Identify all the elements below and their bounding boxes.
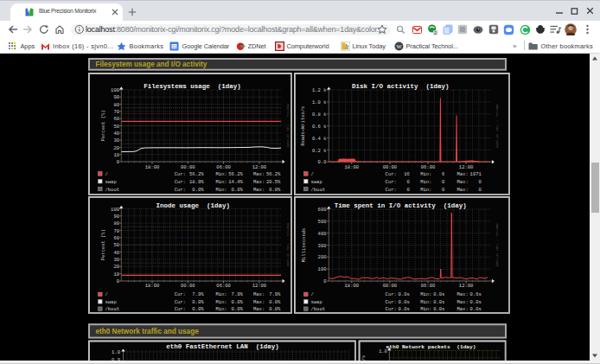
svg-text:Min:: Min: [215,171,227,177]
svg-text:Inode usage (1day): Inode usage (1day) [156,202,230,209]
svg-text:1.0 k: 1.0 k [312,99,327,105]
svg-text:00:00: 00:00 [383,164,398,170]
svg-text:0: 0 [406,187,409,193]
svg-text:RRDTOOL / TOBI OETIKER: RRDTOOL / TOBI OETIKER [286,223,290,267]
svg-text:/: / [105,291,108,297]
svg-text:10: 10 [113,152,119,158]
svg-text:12:00: 12:00 [252,283,267,289]
svg-text:00:00: 00:00 [181,283,195,289]
svg-text:0.2 k: 0.2 k [312,148,327,154]
svg-text:0.6s: 0.6s [470,291,482,297]
svg-text:Cur:: Cur: [175,171,186,177]
svg-text:Min:: Min: [215,179,227,185]
svg-text:1071: 1071 [470,171,482,177]
svg-text:Cur:: Cur: [386,306,397,312]
svg-text:0.6 k: 0.6 k [312,124,327,130]
svg-text:30: 30 [113,257,119,263]
svg-text:swap: swap [105,179,117,185]
svg-text:/: / [105,171,108,177]
svg-text:06:00: 06:00 [421,283,436,289]
svg-text:30: 30 [113,137,119,144]
svg-text:Max:: Max: [253,187,265,193]
svg-text:0: 0 [478,187,481,193]
svg-text:0.0%: 0.0% [232,299,244,305]
svg-text:56.2%: 56.2% [189,171,204,177]
svg-text:Cur:: Cur: [175,291,186,297]
svg-text:70: 70 [113,109,119,115]
svg-text:06:00: 06:00 [216,164,231,170]
svg-text:7.9%: 7.9% [269,291,281,297]
svg-text:Min:: Min: [215,299,227,305]
svg-text:2: 2 [434,30,437,35]
svg-text:Min:: Min: [215,291,227,297]
svg-text:00:00: 00:00 [383,283,398,289]
svg-text:RRDTOOL / TOBI OETIKER: RRDTOOL / TOBI OETIKER [495,105,499,149]
svg-text:Max:: Max: [457,299,469,305]
svg-text:Time spent in I/O activity (1: Time spent in I/O activity (1day) [335,202,467,209]
svg-text:12:00: 12:00 [459,283,474,289]
svg-text:/boot: /boot [311,306,326,312]
svg-text:18.9%: 18.9% [189,179,204,185]
svg-text:0.0s: 0.0s [399,306,410,312]
svg-text:16: 16 [404,171,410,177]
svg-text:0.0%: 0.0% [192,306,204,312]
svg-text:50: 50 [113,124,119,130]
svg-text:1.2 k: 1.2 k [312,87,327,93]
svg-text:Max:: Max: [457,187,469,193]
svg-text:1.0: 1.0 [379,349,386,354]
svg-text:swap: swap [105,299,117,305]
svg-text:Cur:: Cur: [175,187,186,193]
svg-text:/boot: /boot [105,306,120,312]
svg-text:/boot: /boot [311,187,326,193]
svg-text:0.0%: 0.0% [192,187,204,193]
svg-text:300: 300 [318,243,327,249]
svg-text:0.0%: 0.0% [192,299,204,305]
svg-text:Min:: Min: [420,187,431,193]
svg-text:18:00: 18:00 [345,283,360,289]
svg-text:Max:: Max: [253,171,265,177]
svg-text:0.0%: 0.0% [269,187,281,193]
svg-text:0.0s: 0.0s [399,291,410,297]
svg-text:Cur:: Cur: [386,179,397,185]
svg-text:Min:: Min: [420,291,431,297]
svg-text:eth0 Network packets (1day): eth0 Network packets (1day) [386,344,476,350]
svg-text:0.0s: 0.0s [433,306,444,312]
svg-text:20: 20 [113,145,119,151]
svg-text:0.0%: 0.0% [232,306,244,312]
svg-text:Max:: Max: [457,291,469,297]
svg-text:0.0: 0.0 [318,159,327,165]
svg-text:12:00: 12:00 [252,164,267,170]
svg-text:0: 0 [117,159,119,165]
svg-text:90: 90 [113,214,119,220]
svg-text:0: 0 [478,179,481,185]
svg-text:20.5%: 20.5% [266,179,281,185]
svg-text:/boot: /boot [105,187,120,193]
svg-text:7.9%: 7.9% [232,291,244,297]
svg-text:06:00: 06:00 [421,164,436,170]
svg-text:600: 600 [318,207,327,213]
svg-text:18:00: 18:00 [145,164,160,170]
svg-text:Milliseconds: Milliseconds [301,228,307,263]
svg-text:31: 31 [171,44,176,49]
svg-text:Filesystems usage (1day): Filesystems usage (1day) [144,83,241,90]
svg-text:Min:: Min: [420,299,431,305]
svg-text:eth0 Network traffic and usage: eth0 Network traffic and usage [96,328,200,335]
svg-text:Disk I/O activity (1day): Disk I/O activity (1day) [352,83,450,90]
svg-text:80: 80 [113,220,119,227]
svg-text:12:00: 12:00 [459,164,474,170]
svg-text:50: 50 [113,242,119,248]
svg-text:Max:: Max: [253,291,265,297]
svg-text:swap: swap [311,179,322,185]
svg-text:0.0s: 0.0s [433,291,444,297]
svg-text:90: 90 [113,94,119,100]
svg-text:60: 60 [113,235,119,241]
svg-text:0: 0 [323,278,326,284]
svg-text:0.0%: 0.0% [232,187,244,193]
svg-text:14.4%: 14.4% [228,179,243,185]
svg-text:Cur:: Cur: [386,187,397,193]
svg-text:Max:: Max: [457,171,469,177]
svg-text:0: 0 [442,179,444,185]
svg-text:RRDTOOL / TOBI OETIKER: RRDTOOL / TOBI OETIKER [495,223,499,267]
svg-text:100: 100 [111,87,119,93]
svg-text:60: 60 [113,116,119,122]
